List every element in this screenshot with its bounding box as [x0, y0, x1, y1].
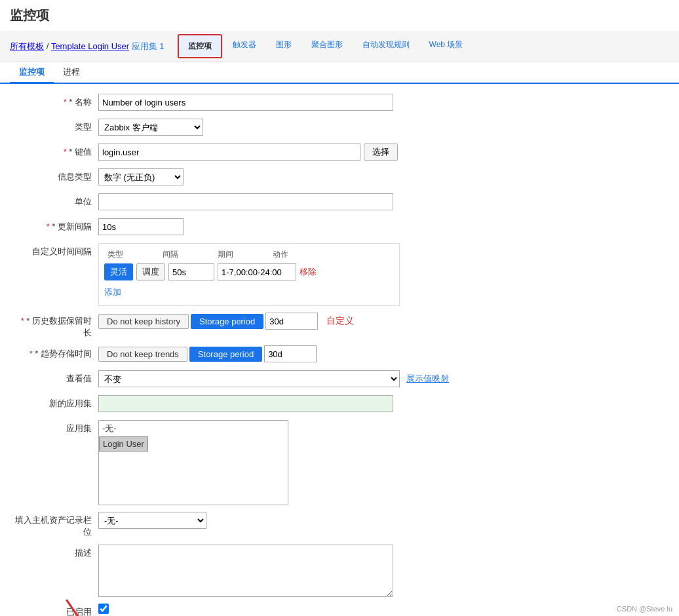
select-info-type[interactable]: 数字 (无正负) 浮点数 字符串 [98, 168, 184, 185]
btn-no-keep-history[interactable]: Do not keep history [98, 314, 189, 329]
label-description: 描述 [13, 545, 98, 559]
content-info-type: 数字 (无正负) 浮点数 字符串 [98, 168, 666, 185]
checkbox-enabled[interactable] [98, 604, 109, 614]
row-add-custom: 添加 [104, 284, 394, 300]
header-period: 期间 [218, 249, 233, 260]
arrow-icon [56, 596, 96, 616]
row-trends: * 趋势存储时间 Do not keep trends Storage peri… [13, 345, 666, 364]
app-list[interactable]: -无- Login User [98, 420, 288, 505]
label-type: 类型 [13, 119, 98, 133]
row-appgroup: 应用集 -无- Login User [13, 420, 666, 505]
row-valuemap: 查看值 不变 展示值映射 [13, 370, 666, 389]
history-row: Do not keep history Storage period 自定义 [98, 313, 354, 330]
input-ci-interval[interactable] [168, 263, 214, 280]
content-valuemap: 不变 展示值映射 [98, 370, 666, 387]
input-key[interactable] [98, 144, 360, 161]
row-update-interval: * 更新间隔 [13, 218, 666, 237]
nav-tabs-top: 监控项 触发器 图形 聚合图形 自动发现规则 Web 场景 [178, 34, 473, 58]
label-info-type: 信息类型 [13, 168, 98, 183]
tab-graph[interactable]: 图形 [267, 34, 301, 58]
btn-storage-period-trends[interactable]: Storage period [189, 347, 262, 362]
label-name: * 名称 [13, 94, 98, 108]
breadcrumb-home[interactable]: 所有模板 [10, 41, 44, 51]
subtab-jiankong[interactable]: 监控项 [10, 62, 54, 84]
btn-storage-period-history[interactable]: Storage period [191, 314, 263, 329]
content-description [98, 545, 666, 597]
input-name[interactable] [98, 94, 393, 111]
content-update-interval [98, 218, 666, 235]
tab-auto-discover[interactable]: 自动发现规则 [353, 34, 419, 58]
select-type[interactable]: Zabbix 客户端 SNMP v1 SNMP v2c [98, 119, 203, 136]
row-unit: 单位 [13, 193, 666, 212]
custom-interval-row: 灵活 调度 移除 [104, 263, 394, 280]
row-info-type: 信息类型 数字 (无正负) 浮点数 字符串 [13, 168, 666, 187]
btn-schedule[interactable]: 调度 [136, 263, 165, 280]
input-update-interval[interactable] [98, 218, 184, 235]
link-value-mapping[interactable]: 展示值映射 [406, 373, 449, 385]
row-new-app: 新的应用集 [13, 395, 666, 414]
app-item-login-user[interactable]: Login User [99, 436, 148, 452]
label-appgroup: 应用集 [13, 420, 98, 434]
subtab-jincheng[interactable]: 进程 [54, 62, 89, 84]
select-valuemap[interactable]: 不变 [98, 370, 400, 387]
svg-line-1 [61, 600, 88, 616]
breadcrumb-sep1: / [47, 41, 49, 51]
btn-flexible[interactable]: 灵活 [104, 263, 133, 280]
input-history-val[interactable] [265, 313, 318, 330]
label-key: * 键值 [13, 144, 98, 158]
zidingyi-label: 自定义 [326, 315, 354, 327]
input-trends-val[interactable] [264, 345, 317, 362]
header-action: 动作 [273, 249, 288, 260]
arrow-indicator [98, 604, 109, 614]
label-unit: 单位 [13, 193, 98, 208]
label-history: * 历史数据保留时长 [13, 313, 98, 339]
input-description[interactable] [98, 545, 393, 597]
row-type: 类型 Zabbix 客户端 SNMP v1 SNMP v2c [13, 119, 666, 137]
row-key: * 键值 选择 [13, 144, 666, 162]
label-update-interval: * 更新间隔 [13, 218, 98, 233]
btn-add-custom[interactable]: 添加 [104, 284, 121, 300]
content-trends: Do not keep trends Storage period [98, 345, 666, 362]
row-history: * 历史数据保留时长 Do not keep history Storage p… [13, 313, 666, 339]
label-asset: 填入主机资产记录栏位 [13, 512, 98, 538]
row-name: * 名称 [13, 94, 666, 112]
page-title: 监控项 [0, 0, 679, 31]
content-unit [98, 193, 666, 210]
trends-row: Do not keep trends Storage period [98, 345, 317, 362]
row-enabled: 已启用 [13, 604, 666, 616]
content-key: 选择 [98, 144, 666, 161]
breadcrumb-template[interactable]: Template Login User [51, 41, 129, 51]
row-asset: 填入主机资产记录栏位 -无- [13, 512, 666, 538]
form-container: * 名称 类型 Zabbix 客户端 SNMP v1 SNMP v2c * 键值… [0, 84, 679, 616]
btn-select-key[interactable]: 选择 [364, 144, 398, 161]
content-new-app [98, 395, 666, 412]
header-interval: 间隔 [163, 249, 178, 260]
select-asset[interactable]: -无- [98, 512, 206, 529]
tab-monitor[interactable]: 监控项 [178, 34, 222, 58]
tab-web-scene[interactable]: Web 场景 [420, 34, 473, 58]
tab-trigger[interactable]: 触发器 [223, 34, 265, 58]
custom-interval-table: 类型 间隔 期间 动作 灵活 调度 移除 添加 [98, 243, 400, 306]
nav-bar: 所有模板 / Template Login User 应用集 1 监控项 触发器… [0, 31, 679, 62]
label-new-app: 新的应用集 [13, 395, 98, 410]
tab-aggregate-graph[interactable]: 聚合图形 [302, 34, 352, 58]
breadcrumb: 所有模板 / Template Login User 应用集 1 [10, 41, 165, 52]
input-new-app[interactable] [98, 395, 393, 412]
app-item-none[interactable]: -无- [99, 421, 288, 436]
sub-tabs: 监控项 进程 [0, 62, 679, 84]
input-ci-period[interactable] [218, 263, 296, 280]
header-type: 类型 [107, 249, 123, 260]
btn-no-keep-trends[interactable]: Do not keep trends [98, 347, 187, 362]
content-enabled [98, 604, 666, 614]
content-appgroup: -无- Login User [98, 420, 666, 505]
row-custom-interval: 自定义时间间隔 类型 间隔 期间 动作 灵活 调度 移除 添加 [13, 243, 666, 306]
content-name [98, 94, 666, 111]
btn-remove[interactable]: 移除 [300, 266, 317, 278]
label-custom-interval: 自定义时间间隔 [13, 243, 98, 258]
content-type: Zabbix 客户端 SNMP v1 SNMP v2c [98, 119, 666, 136]
input-unit[interactable] [98, 193, 393, 210]
breadcrumb-appgroup[interactable]: 应用集 1 [132, 41, 165, 51]
row-description: 描述 [13, 545, 666, 597]
content-custom-interval: 类型 间隔 期间 动作 灵活 调度 移除 添加 [98, 243, 666, 306]
csdn-watermark: CSDN @Steve lu [617, 605, 672, 613]
